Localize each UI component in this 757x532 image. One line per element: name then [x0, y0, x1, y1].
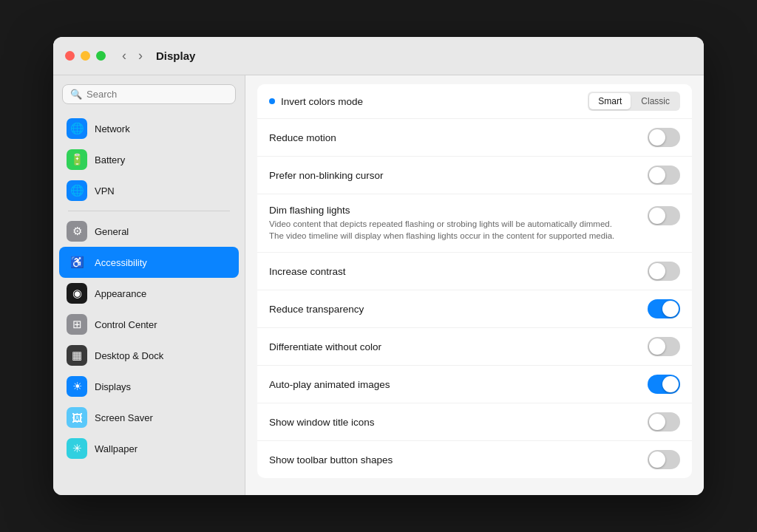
control-center-icon: ⊞	[67, 314, 87, 335]
setting-row-content: Prefer non-blinking cursor	[269, 170, 648, 181]
sidebar-items: 🌐 Network 🔋 Battery 🌐 VPN ⚙ General	[53, 110, 245, 495]
search-icon: 🔍	[70, 89, 82, 100]
screen-saver-icon: 🖼	[67, 407, 87, 428]
invert-colors-row: Invert colors mode Smart Classic	[257, 84, 692, 119]
toggle-knob	[649, 263, 665, 279]
window-title-label: Show window title icons	[269, 417, 639, 428]
displays-icon: ☀	[67, 376, 87, 397]
search-box[interactable]: 🔍	[62, 84, 236, 104]
invert-colors-label: Invert colors mode	[281, 96, 363, 107]
settings-window: ‹ › Display 🔍 🌐 Network 🔋	[53, 37, 704, 495]
setting-row-reduce-motion: Reduce motion	[257, 119, 692, 157]
window-title-toggle[interactable]	[648, 412, 680, 432]
network-icon: 🌐	[67, 118, 87, 139]
setting-row-reduce-transparency: Reduce transparency	[257, 290, 692, 328]
diff-color-toggle[interactable]	[648, 337, 680, 356]
dim-flashing-label: Dim flashing lights	[269, 205, 639, 216]
segment-classic[interactable]: Classic	[632, 93, 679, 109]
close-button[interactable]	[65, 51, 75, 61]
dim-flashing-desc: Video content that depicts repeated flas…	[269, 218, 624, 242]
sidebar: 🔍 🌐 Network 🔋 Battery 🌐 VPN	[53, 75, 245, 495]
setting-row-content: Reduce transparency	[269, 304, 648, 315]
search-container: 🔍	[53, 75, 245, 110]
general-icon: ⚙	[67, 221, 87, 242]
toolbar-shapes-label: Show toolbar button shapes	[269, 454, 639, 466]
minimize-button[interactable]	[81, 51, 90, 61]
sidebar-item-displays[interactable]: ☀ Displays	[59, 371, 239, 402]
toggle-knob	[649, 208, 665, 224]
setting-row-autoplay: Auto-play animated images	[257, 366, 692, 403]
increase-contrast-label: Increase contrast	[269, 266, 639, 277]
non-blinking-toggle[interactable]	[648, 166, 680, 185]
wallpaper-icon: ✳	[67, 438, 87, 459]
sidebar-item-accessibility[interactable]: ♿ Accessibility	[59, 247, 239, 278]
setting-row-content: Reduce motion	[269, 132, 648, 143]
sidebar-item-wallpaper[interactable]: ✳ Wallpaper	[59, 433, 239, 464]
reduce-motion-label: Reduce motion	[269, 132, 639, 143]
sidebar-label-network: Network	[95, 123, 130, 134]
toggle-knob	[662, 376, 679, 392]
reduce-motion-toggle[interactable]	[648, 128, 680, 147]
setting-row-increase-contrast: Increase contrast	[257, 253, 692, 290]
search-input[interactable]	[86, 89, 228, 100]
increase-contrast-toggle[interactable]	[648, 262, 680, 281]
setting-row-content: Auto-play animated images	[269, 379, 648, 390]
sidebar-item-network[interactable]: 🌐 Network	[59, 113, 239, 144]
sidebar-item-appearance[interactable]: ◉ Appearance	[59, 278, 239, 309]
appearance-icon: ◉	[67, 283, 87, 304]
traffic-lights	[65, 51, 106, 61]
toolbar-shapes-toggle[interactable]	[648, 450, 680, 469]
sidebar-label-control-center: Control Center	[95, 319, 157, 330]
vpn-icon: 🌐	[67, 180, 87, 201]
titlebar: ‹ › Display	[53, 37, 704, 75]
non-blinking-label: Prefer non-blinking cursor	[269, 170, 639, 181]
setting-row-window-title: Show window title icons	[257, 403, 692, 441]
toggle-knob	[649, 129, 665, 146]
autoplay-label: Auto-play animated images	[269, 379, 639, 390]
back-button[interactable]: ‹	[118, 47, 131, 65]
diff-color-label: Differentiate without color	[269, 341, 639, 352]
sidebar-item-battery[interactable]: 🔋 Battery	[59, 144, 239, 175]
settings-group-display: Invert colors mode Smart Classic Reduce …	[257, 84, 692, 478]
settings-scroll: Invert colors mode Smart Classic Reduce …	[245, 75, 704, 495]
setting-row-content: Differentiate without color	[269, 341, 648, 352]
segment-smart[interactable]: Smart	[589, 93, 631, 109]
toggle-knob	[649, 167, 665, 183]
toggle-knob	[649, 414, 665, 430]
forward-button[interactable]: ›	[134, 47, 147, 65]
toggle-knob	[662, 301, 679, 317]
sidebar-item-general[interactable]: ⚙ General	[59, 216, 239, 247]
setting-row-dim-flashing: Dim flashing lights Video content that d…	[257, 194, 692, 253]
setting-row-toolbar-shapes: Show toolbar button shapes	[257, 441, 692, 478]
toggle-knob	[649, 338, 665, 355]
accessibility-icon: ♿	[67, 252, 87, 273]
sidebar-label-displays: Displays	[95, 381, 131, 392]
sidebar-label-accessibility: Accessibility	[95, 257, 147, 268]
main-content: Invert colors mode Smart Classic Reduce …	[245, 75, 704, 495]
sidebar-divider-1	[68, 211, 230, 211]
reduce-transparency-label: Reduce transparency	[269, 304, 639, 315]
desktop-dock-icon: ▦	[67, 345, 87, 366]
dot-indicator	[269, 98, 275, 104]
autoplay-toggle[interactable]	[648, 375, 680, 394]
sidebar-label-appearance: Appearance	[95, 288, 146, 299]
content-area: 🔍 🌐 Network 🔋 Battery 🌐 VPN	[53, 75, 704, 495]
sidebar-item-screen-saver[interactable]: 🖼 Screen Saver	[59, 402, 239, 433]
setting-row-content: Show window title icons	[269, 417, 648, 428]
sidebar-label-screen-saver: Screen Saver	[95, 412, 153, 423]
sidebar-label-wallpaper: Wallpaper	[95, 443, 138, 454]
sidebar-label-vpn: VPN	[95, 185, 115, 197]
battery-icon: 🔋	[67, 149, 87, 170]
setting-row-content: Show toolbar button shapes	[269, 454, 648, 466]
dim-flashing-content: Dim flashing lights Video content that d…	[269, 205, 648, 242]
maximize-button[interactable]	[96, 51, 106, 61]
invert-colors-left: Invert colors mode	[269, 96, 363, 107]
segment-control: Smart Classic	[588, 92, 680, 111]
sidebar-item-desktop-dock[interactable]: ▦ Desktop & Dock	[59, 340, 239, 371]
setting-row-non-blinking: Prefer non-blinking cursor	[257, 157, 692, 194]
dim-flashing-toggle[interactable]	[648, 206, 680, 225]
sidebar-label-desktop-dock: Desktop & Dock	[95, 350, 163, 361]
reduce-transparency-toggle[interactable]	[648, 299, 680, 318]
sidebar-item-vpn[interactable]: 🌐 VPN	[59, 175, 239, 206]
sidebar-item-control-center[interactable]: ⊞ Control Center	[59, 309, 239, 340]
